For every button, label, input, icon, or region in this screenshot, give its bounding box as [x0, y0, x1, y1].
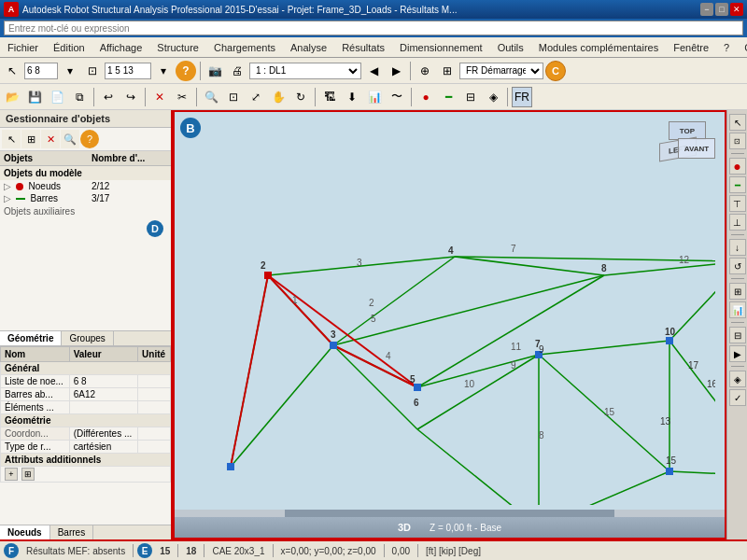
- rt-analysis-btn[interactable]: ▶: [729, 345, 746, 362]
- panel-filter-btn[interactable]: ⊞: [21, 130, 40, 148]
- panel-highlight-btn[interactable]: ✕: [41, 130, 60, 148]
- case-selector[interactable]: 1 : DL1: [249, 63, 361, 79]
- rt-section-btn[interactable]: ⊤: [729, 195, 746, 212]
- help-btn[interactable]: ?: [176, 61, 196, 81]
- cube-top[interactable]: TOP: [669, 121, 706, 140]
- save-btn[interactable]: 💾: [24, 87, 45, 107]
- fr-toggle[interactable]: FR: [512, 87, 532, 107]
- grid-btn[interactable]: ⊞: [437, 61, 458, 81]
- nodes-count: 2/12: [88, 180, 171, 192]
- rotate-3d-btn[interactable]: ↻: [290, 87, 311, 107]
- dropdown-arrow[interactable]: ▾: [60, 61, 80, 81]
- svg-line-7: [455, 257, 604, 275]
- node-6-marker: [414, 384, 421, 391]
- sep4: [145, 88, 146, 106]
- nodes-row[interactable]: ▷ Noeuds 2/12: [0, 180, 171, 192]
- menu-analyse[interactable]: Analyse: [283, 40, 334, 55]
- panel-info-btn[interactable]: ?: [80, 130, 99, 148]
- rt-select-btn[interactable]: ⊡: [729, 133, 746, 149]
- rt-table-btn[interactable]: ⊞: [729, 283, 746, 300]
- search-input[interactable]: [4, 21, 743, 35]
- print-btn[interactable]: 🖨: [227, 61, 247, 81]
- status-num2: 18: [182, 546, 200, 556]
- menu-outils[interactable]: Outils: [490, 40, 531, 55]
- bar-btn[interactable]: ━: [438, 87, 458, 107]
- tab-barres[interactable]: Barres: [50, 525, 93, 539]
- rt-results-btn[interactable]: 📊: [729, 301, 746, 318]
- panel-search-btn[interactable]: 🔍: [61, 130, 79, 148]
- new-btn[interactable]: 📄: [47, 87, 67, 107]
- add-attrs-btn2[interactable]: ⊞: [21, 468, 35, 481]
- redo-btn[interactable]: ↪: [120, 87, 141, 107]
- svg-line-25: [539, 341, 669, 355]
- menu-dimensionnement[interactable]: Dimensionnement: [392, 40, 490, 55]
- menu-fenetre[interactable]: Fenêtre: [666, 40, 716, 55]
- rt-bar-btn[interactable]: ━: [729, 176, 746, 193]
- sep1: [200, 62, 201, 80]
- rt-check-btn[interactable]: ✓: [729, 389, 746, 406]
- tab-noeuds[interactable]: Noeuds: [0, 525, 50, 539]
- menu-resultats[interactable]: Résultats: [334, 40, 392, 55]
- circle-action-btn[interactable]: C: [545, 61, 566, 81]
- zoom-in-btn[interactable]: 🔍: [201, 87, 221, 107]
- open-btn[interactable]: 📂: [2, 87, 22, 107]
- maximize-button[interactable]: □: [715, 3, 728, 16]
- svg-text:9: 9: [539, 344, 544, 355]
- copy-btn[interactable]: ⧉: [69, 87, 90, 107]
- coord-dropdown[interactable]: ▾: [153, 61, 174, 81]
- sep3: [93, 88, 94, 106]
- menu-structure[interactable]: Structure: [149, 40, 206, 55]
- h-scrollbar-thumb[interactable]: [285, 510, 614, 517]
- add-attrs-section-row: Attributs additionnels: [1, 453, 171, 466]
- material-btn[interactable]: ◈: [483, 87, 503, 107]
- menu-communaute[interactable]: Communauté: [737, 40, 747, 55]
- rt-load-btn[interactable]: ↓: [729, 239, 746, 256]
- zoom-fit-btn[interactable]: ⤢: [246, 87, 266, 107]
- undo-btn[interactable]: ↩: [98, 87, 119, 107]
- menu-affichage[interactable]: Affichage: [92, 40, 150, 55]
- results-btn[interactable]: 📊: [364, 87, 385, 107]
- pan-btn[interactable]: ✋: [268, 87, 289, 107]
- fr-selector[interactable]: FR Démarrage: [459, 63, 543, 79]
- close-button[interactable]: ✕: [730, 3, 743, 16]
- tab-groups[interactable]: Groupes: [62, 331, 113, 345]
- menu-edition[interactable]: Édition: [46, 40, 92, 55]
- coord-input[interactable]: [105, 63, 151, 79]
- node-input[interactable]: [24, 63, 58, 79]
- select-tool-btn[interactable]: ↖: [2, 61, 22, 81]
- bars-row[interactable]: ▷ Barres 3/17: [0, 192, 171, 204]
- screenshot-btn[interactable]: 📷: [204, 61, 225, 81]
- rt-moment-btn[interactable]: ↺: [729, 258, 746, 274]
- node-5-marker: [227, 463, 234, 470]
- structure-btn[interactable]: 🏗: [319, 87, 340, 107]
- minimize-button[interactable]: −: [700, 3, 713, 16]
- menu-chargements[interactable]: Chargements: [206, 40, 283, 55]
- tab-geometry[interactable]: Géométrie: [0, 331, 62, 345]
- rt-cursor-btn[interactable]: ↖: [729, 114, 746, 131]
- svg-text:13: 13: [660, 416, 671, 427]
- menu-modules[interactable]: Modules complémentaires: [531, 40, 666, 55]
- delete-btn[interactable]: ✕: [149, 87, 170, 107]
- viewport-z-label: Z = 0,00 ft - Base: [430, 523, 501, 533]
- section-btn[interactable]: ⊟: [460, 87, 481, 107]
- menu-fichier[interactable]: Fichier: [0, 40, 46, 55]
- rt-support-btn[interactable]: ⊥: [729, 214, 746, 231]
- add-attrs-btn[interactable]: +: [5, 468, 18, 481]
- viewport[interactable]: B TOP LEFT AVANT X Z Y: [173, 110, 726, 539]
- load-btn[interactable]: ⬇: [342, 87, 362, 107]
- h-scrollbar[interactable]: [175, 510, 725, 517]
- case-next[interactable]: ▶: [386, 61, 406, 81]
- cursor-btn[interactable]: ⊡: [82, 61, 103, 81]
- snap-btn[interactable]: ⊕: [415, 61, 435, 81]
- menu-help[interactable]: ?: [716, 40, 737, 55]
- svg-text:3: 3: [357, 258, 362, 268]
- deform-btn[interactable]: 〜: [387, 87, 407, 107]
- panel-select-btn[interactable]: ↖: [2, 130, 21, 148]
- scissors-btn[interactable]: ✂: [172, 87, 192, 107]
- case-prev[interactable]: ◀: [363, 61, 384, 81]
- rt-fem-btn[interactable]: ⊟: [729, 327, 746, 343]
- rt-node-btn[interactable]: ●: [729, 158, 746, 175]
- zoom-window-btn[interactable]: ⊡: [223, 87, 244, 107]
- node-btn[interactable]: ●: [416, 87, 436, 107]
- rt-dim-btn[interactable]: ◈: [729, 371, 746, 387]
